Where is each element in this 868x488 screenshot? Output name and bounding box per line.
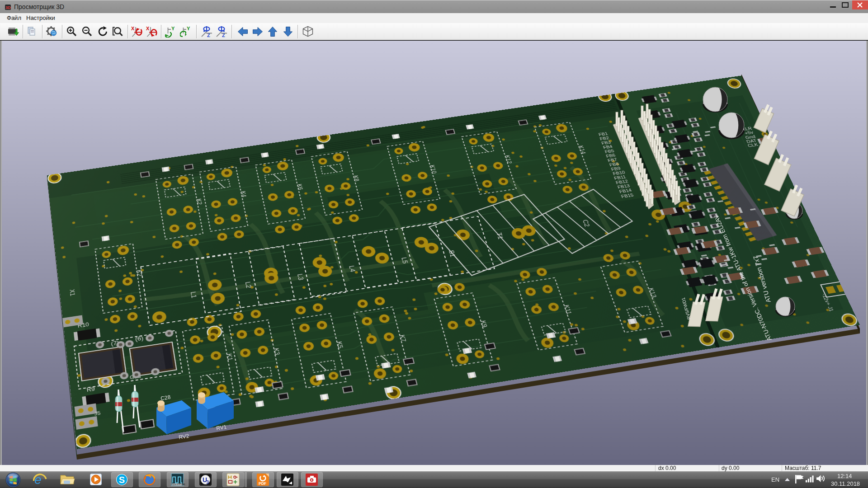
svg-text:X: X (146, 26, 150, 31)
svg-text:X: X (131, 26, 135, 31)
svg-text:RV5/FWD1: RV5/FWD1 (680, 297, 692, 320)
svg-text:RV1: RV1 (216, 423, 227, 431)
svg-text:RV2: RV2 (178, 432, 189, 440)
svg-text:Y: Y (171, 26, 175, 31)
svg-text:12:14: 12:14 (837, 473, 852, 479)
svg-text:3D: 3D (5, 5, 11, 10)
svg-text:ATU versbon 7x7: ATU versbon 7x7 (752, 255, 772, 304)
svg-text:Y: Y (187, 26, 190, 31)
svg-text:C28: C28 (160, 394, 171, 402)
svg-text:30.11.2018: 30.11.2018 (831, 480, 860, 487)
svg-text:EN: EN (771, 476, 779, 483)
